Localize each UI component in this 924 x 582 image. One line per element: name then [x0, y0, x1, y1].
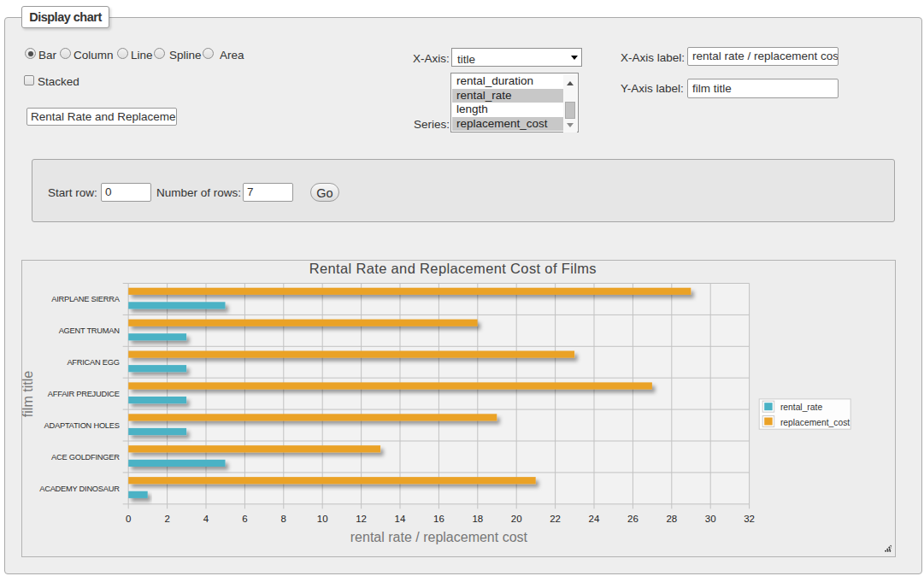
svg-text:0: 0 [126, 514, 131, 524]
svg-text:24: 24 [589, 514, 600, 524]
svg-text:2: 2 [164, 514, 169, 524]
svg-text:AGENT TRUMAN: AGENT TRUMAN [59, 326, 120, 335]
svg-text:ADAPTATION HOLES: ADAPTATION HOLES [44, 421, 120, 430]
svg-text:16: 16 [433, 514, 444, 524]
svg-text:20: 20 [511, 514, 522, 524]
svg-text:26: 26 [627, 514, 639, 524]
svg-text:30: 30 [705, 514, 716, 524]
svg-text:rental rate / replacement cost: rental rate / replacement cost [350, 530, 528, 544]
svg-text:12: 12 [356, 514, 367, 524]
svg-text:replacement_cost: replacement_cost [780, 418, 850, 427]
svg-text:32: 32 [744, 514, 755, 524]
svg-text:film title: film title [21, 371, 35, 417]
svg-text:ACADEMY DINOSAUR: ACADEMY DINOSAUR [39, 485, 120, 493]
svg-text:22: 22 [550, 514, 561, 524]
svg-text:AFFAIR PREJUDICE: AFFAIR PREJUDICE [48, 390, 120, 398]
svg-text:6: 6 [242, 514, 247, 524]
svg-text:AFRICAN EGG: AFRICAN EGG [67, 358, 119, 367]
svg-text:28: 28 [666, 514, 677, 524]
svg-text:Rental Rate and Replacement Co: Rental Rate and Replacement Cost of Film… [309, 261, 597, 276]
svg-text:rental_rate: rental_rate [780, 403, 823, 412]
svg-text:18: 18 [472, 514, 483, 524]
svg-text:AIRPLANE SIERRA: AIRPLANE SIERRA [51, 295, 120, 303]
svg-text:ACE GOLDFINGER: ACE GOLDFINGER [51, 453, 120, 461]
svg-text:14: 14 [395, 514, 406, 524]
svg-text:4: 4 [203, 514, 209, 524]
svg-text:8: 8 [281, 514, 286, 524]
svg-text:10: 10 [317, 514, 328, 524]
